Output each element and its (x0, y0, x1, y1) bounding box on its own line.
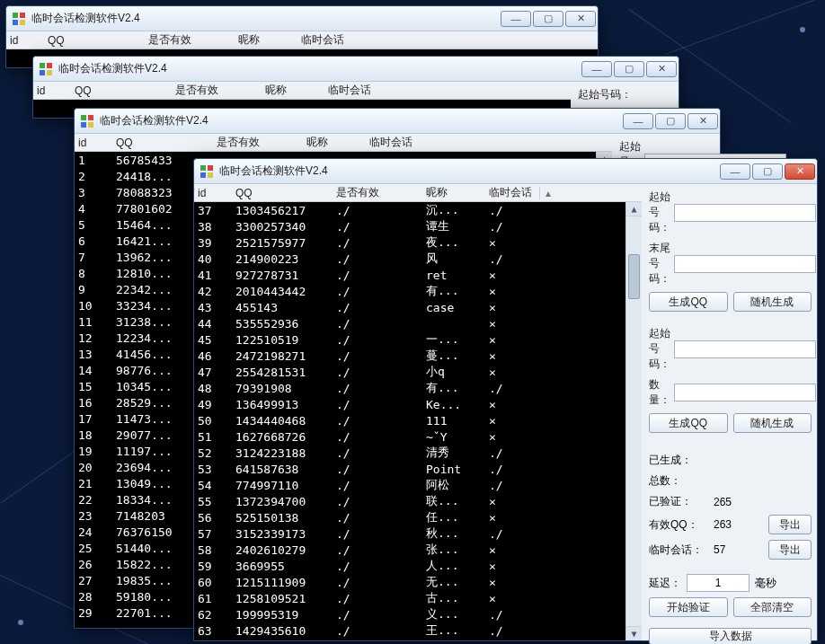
window-title: 临时会话检测软件V2.4 (58, 61, 581, 76)
clear-all-button[interactable]: 全部清空 (733, 597, 812, 617)
table-row[interactable]: 573152339173./秋..../ (194, 525, 625, 542)
column-header-row: id QQ 是否有效 昵称 临时会话 (33, 82, 571, 100)
close-button[interactable]: ✕ (785, 163, 815, 180)
start-verify-button[interactable]: 开始验证 (649, 597, 728, 617)
table-row[interactable]: 371303456217./沉..../ (194, 202, 625, 218)
scroll-down-icon[interactable]: ▼ (626, 626, 642, 640)
col-sess[interactable]: 临时会话 (366, 135, 420, 150)
col-valid[interactable]: 是否有效 (333, 185, 422, 200)
table-row[interactable]: 41927278731./ret× (194, 267, 625, 283)
export-sess-button[interactable]: 导出 (768, 540, 812, 560)
svg-rect-5 (47, 63, 52, 68)
table-row[interactable]: 53641587638./Point./ (194, 461, 625, 477)
table-row[interactable]: 43455143./case× (194, 299, 625, 315)
app-window-active: 临时会话检测软件V2.4 — ▢ ✕ id QQ 是否有效 昵称 临时会话 ▴ … (193, 158, 818, 641)
table-row[interactable]: 551372394700./联...× (194, 493, 625, 509)
table-row[interactable]: 511627668726./~ˇY× (194, 428, 625, 445)
qty-input[interactable] (674, 384, 816, 401)
app-icon (39, 62, 53, 76)
table-row[interactable]: 462472198271./蔓...× (194, 348, 625, 364)
table-row[interactable]: 4879391908./有..../ (194, 380, 625, 396)
col-valid[interactable]: 是否有效 (172, 83, 262, 98)
table-row[interactable]: 472554281531./小q× (194, 364, 625, 380)
table-row[interactable]: 593669955./人...× (194, 558, 625, 574)
col-nick[interactable]: 昵称 (422, 185, 485, 200)
import-data-button[interactable]: 导入数据 (649, 628, 812, 644)
titlebar[interactable]: 临时会话检测软件V2.4 — ▢ ✕ (194, 159, 817, 184)
col-qq[interactable]: QQ (232, 187, 333, 199)
label-generated: 已生成： (649, 453, 708, 468)
minimize-button[interactable]: — (720, 163, 750, 180)
start-no-input-2[interactable] (674, 340, 816, 358)
random-generate-button-2[interactable]: 随机生成 (733, 413, 812, 433)
scrollbar[interactable]: ▲ ▼ (625, 202, 642, 640)
titlebar[interactable]: 临时会话检测软件V2.4 — ▢ ✕ (6, 6, 598, 31)
table-row[interactable]: 383300257340./谭生./ (194, 218, 625, 234)
col-qq[interactable]: QQ (44, 34, 145, 47)
table-row[interactable]: 601215111909./无...× (194, 574, 625, 590)
start-no-input[interactable] (674, 204, 816, 222)
close-button[interactable]: ✕ (688, 113, 718, 129)
column-header-row: id QQ 是否有效 昵称 临时会话 ▴ (194, 184, 642, 202)
label-total: 总数： (649, 473, 708, 489)
generate-qq-button-2[interactable]: 生成QQ (649, 413, 728, 433)
col-nick[interactable]: 昵称 (303, 135, 366, 150)
col-valid[interactable]: 是否有效 (145, 32, 235, 48)
col-qq[interactable]: QQ (71, 84, 172, 97)
col-sess[interactable]: 临时会话 (297, 32, 351, 48)
minimize-button[interactable]: — (501, 11, 531, 27)
col-nick[interactable]: 昵称 (262, 83, 324, 98)
data-grid[interactable]: 371303456217./沉..../383300257340./谭生./39… (194, 202, 642, 640)
table-row[interactable]: 582402610279./张...× (194, 542, 625, 558)
table-row[interactable]: 49136499913./Ke...× (194, 396, 625, 412)
table-row[interactable]: 64596122314./沉..../ (194, 639, 625, 640)
col-qq[interactable]: QQ (112, 137, 213, 149)
table-row[interactable]: 44535552936./× (194, 315, 625, 331)
label-delay: 延迟： (649, 576, 681, 591)
titlebar[interactable]: 临时会话检测软件V2.4 — ▢ ✕ (75, 109, 720, 134)
table-row[interactable]: 611258109521./古...× (194, 590, 625, 606)
col-sess[interactable]: 临时会话 (324, 83, 378, 98)
svg-rect-1 (20, 13, 25, 18)
minimize-button[interactable]: — (581, 61, 612, 77)
export-valid-button[interactable]: 导出 (768, 515, 812, 534)
maximize-button[interactable]: ▢ (533, 11, 563, 27)
random-generate-button[interactable]: 随机生成 (733, 292, 812, 312)
svg-rect-13 (208, 165, 213, 171)
maximize-button[interactable]: ▢ (655, 113, 686, 129)
table-row[interactable]: 54774997110./阿松./ (194, 477, 625, 493)
close-button[interactable]: ✕ (565, 11, 596, 27)
table-row[interactable]: 631429435610./王..../ (194, 622, 625, 639)
table-row[interactable]: 523124223188./清秀./ (194, 445, 625, 461)
end-no-input[interactable] (674, 255, 816, 273)
table-row[interactable]: 501434440468./111× (194, 412, 625, 428)
table-row[interactable]: 56525150138./任...× (194, 509, 625, 525)
svg-rect-9 (88, 115, 93, 120)
generate-qq-button[interactable]: 生成QQ (649, 292, 728, 312)
table-row[interactable]: 392521575977./夜...× (194, 234, 625, 251)
col-valid[interactable]: 是否有效 (213, 135, 303, 150)
value-verified: 265 (714, 496, 812, 508)
col-id[interactable]: id (6, 34, 44, 47)
maximize-button[interactable]: ▢ (752, 163, 783, 180)
minimize-button[interactable]: — (623, 113, 653, 129)
delay-input[interactable] (687, 574, 750, 592)
maximize-button[interactable]: ▢ (614, 61, 644, 77)
titlebar[interactable]: 临时会话检测软件V2.4 — ▢ ✕ (33, 57, 679, 82)
col-id[interactable]: id (194, 187, 232, 199)
col-nick[interactable]: 昵称 (235, 32, 297, 48)
table-row[interactable]: 40214900223./风./ (194, 251, 625, 267)
col-id[interactable]: id (33, 84, 71, 97)
close-button[interactable]: ✕ (646, 61, 677, 77)
scroll-thumb[interactable] (628, 254, 640, 299)
table-row[interactable]: 62199995319./义..../ (194, 606, 625, 622)
scroll-up-icon[interactable]: ▲ (626, 202, 642, 216)
col-id[interactable]: id (75, 137, 112, 149)
svg-rect-14 (200, 172, 206, 178)
svg-rect-3 (20, 20, 25, 25)
label-qty: 数量： (649, 377, 670, 408)
svg-rect-12 (200, 165, 206, 171)
col-sess[interactable]: 临时会话 (485, 185, 539, 200)
table-row[interactable]: 422010443442./有...× (194, 283, 625, 299)
table-row[interactable]: 45122510519./一...× (194, 331, 625, 348)
